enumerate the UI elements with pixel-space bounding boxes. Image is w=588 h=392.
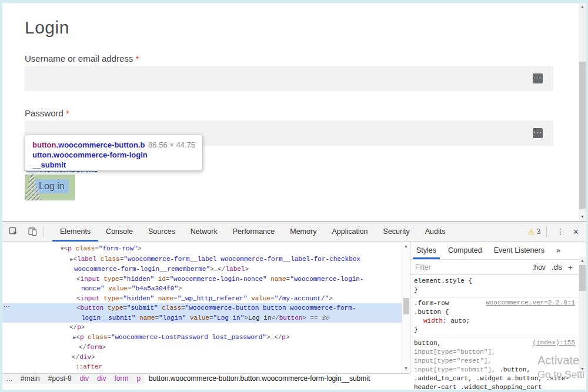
code-line[interactable]: .button {: [414, 308, 575, 317]
code-line[interactable]: .added_to_cart, .widget a.button, .site-: [414, 374, 575, 383]
scroll-up-icon[interactable]: ▲: [579, 4, 586, 11]
required-asterisk: *: [66, 108, 69, 118]
toggle-hover-state-button[interactable]: :hov: [532, 263, 546, 272]
style-rule-form-row-button[interactable]: woocommerce…ver=2.2.8:1 .form-row.button…: [410, 297, 579, 337]
login-button-label: Log in: [35, 179, 69, 193]
scroll-up-icon[interactable]: ▲: [579, 257, 586, 264]
code-line[interactable]: ::after: [2, 362, 402, 372]
page-scrollbar[interactable]: ▲ ▼: [579, 3, 586, 221]
tab-console[interactable]: Console: [98, 222, 141, 242]
code-line[interactable]: </form>: [2, 343, 402, 353]
tab--[interactable]: »: [550, 242, 566, 259]
code-line[interactable]: </p>: [2, 323, 402, 333]
toolbar-divider: [546, 226, 547, 237]
breadcrumb-item[interactable]: ...: [2, 374, 16, 384]
tab-computed[interactable]: Computed: [442, 242, 488, 259]
toolbar-right-cluster: ⚠3 ⋮ ✕: [528, 222, 586, 242]
toolbar-divider: [44, 226, 44, 237]
toggle-class-button[interactable]: .cls: [552, 263, 562, 272]
device-toolbar-icon[interactable]: [25, 225, 40, 239]
tab-memory[interactable]: Memory: [282, 222, 324, 242]
tab-sources[interactable]: Sources: [141, 222, 183, 242]
page-scrollbar-thumb[interactable]: [579, 62, 586, 209]
tooltip-dimensions: 86.56 × 44.75: [148, 140, 195, 149]
code-line[interactable]: ▼<p class="form-row">: [2, 244, 402, 254]
tab-performance[interactable]: Performance: [225, 222, 283, 242]
code-line[interactable]: <input type="hidden" id="woocommerce-log…: [2, 274, 402, 284]
stylesheet-link[interactable]: (index):155: [532, 339, 575, 346]
browser-viewport: Login Username or email address * ···| P…: [2, 3, 586, 390]
devtools-toolbar: ElementsConsoleSourcesNetworkPerformance…: [2, 222, 586, 242]
breadcrumb-item[interactable]: form: [110, 374, 132, 384]
code-line[interactable]: }: [414, 286, 575, 294]
close-devtools-icon[interactable]: ✕: [570, 227, 586, 236]
tab-security[interactable]: Security: [376, 222, 417, 242]
code-line[interactable]: input[type="button"],: [414, 348, 575, 357]
more-menu-icon[interactable]: ⋮: [550, 227, 570, 236]
warning-count: 3: [536, 227, 540, 236]
username-label: Username or email address *: [25, 53, 139, 63]
console-warnings[interactable]: ⚠3: [528, 227, 540, 236]
styles-filter-row: :hov .cls +: [410, 260, 579, 275]
scroll-up-icon[interactable]: ▲: [402, 243, 410, 250]
required-asterisk: *: [135, 53, 139, 63]
page-title: Login: [25, 18, 69, 38]
breadcrumb-item[interactable]: #post-8: [44, 374, 76, 384]
inspect-tooltip: button.woocommerce-button.b utton.woocom…: [25, 135, 203, 171]
username-input[interactable]: ···|: [25, 66, 553, 91]
warning-icon: ⚠: [528, 227, 535, 236]
code-line[interactable]: input[type="reset"],: [414, 357, 575, 366]
styles-filter-input[interactable]: [410, 263, 487, 272]
styles-scrollbar-thumb[interactable]: [579, 265, 586, 291]
inspect-element-icon[interactable]: [6, 225, 21, 239]
breadcrumb-item[interactable]: p: [132, 374, 145, 384]
code-line[interactable]: nonce" value="b4a5a304f0">: [2, 284, 402, 294]
code-line[interactable]: woocommerce-form-login__rememberme">…</l…: [2, 264, 402, 274]
styles-scrollbar[interactable]: ▲ ▼: [579, 257, 586, 373]
screen-frame: Login Username or email address * ···| P…: [0, 0, 588, 392]
scroll-down-icon[interactable]: ▼: [579, 213, 586, 220]
code-line[interactable]: </div>: [2, 353, 402, 363]
breadcrumb: ...#main#post-8divdivformpbutton.woocomm…: [2, 373, 410, 384]
password-label: Password *: [25, 108, 69, 118]
tab-audits[interactable]: Audits: [417, 222, 453, 242]
input-reveal-icon[interactable]: ···|: [533, 73, 543, 83]
tab-application[interactable]: Application: [324, 222, 375, 242]
code-line[interactable]: ▶<p class="woocommerce-LostPassword lost…: [2, 333, 402, 343]
code-line[interactable]: input[type="submit"], .button,: [414, 366, 575, 374]
code-line[interactable]: login__submit" name="login" value="Log i…: [2, 313, 402, 323]
styles-sidebar: StylesComputedEvent Listeners» :hov .cls…: [410, 242, 579, 390]
code-line[interactable]: element.style {: [414, 277, 575, 286]
breadcrumb-item[interactable]: #main: [16, 374, 44, 384]
code-line[interactable]: width: auto;: [414, 317, 575, 326]
devtools-panel: ElementsConsoleSourcesNetworkPerformance…: [2, 221, 586, 390]
elements-scrollbar[interactable]: ▲ ▼: [402, 242, 410, 373]
code-line[interactable]: ▶<label class="woocommerce-form__label w…: [2, 254, 402, 265]
login-page: Login Username or email address * ···| P…: [2, 3, 586, 221]
selected-node-menu-icon[interactable]: ⋯: [4, 303, 9, 310]
breadcrumb-item[interactable]: div: [76, 374, 93, 384]
code-line[interactable]: header-cart .widget_shopping_cart: [414, 383, 575, 390]
scroll-down-icon[interactable]: ▼: [579, 366, 586, 373]
code-line[interactable]: }: [414, 326, 575, 334]
style-rule-element[interactable]: element.style {}: [410, 275, 579, 297]
new-style-rule-button[interactable]: +: [568, 263, 573, 272]
style-rule-buttons[interactable]: (index):155 button,input[type="button"],…: [410, 337, 579, 390]
code-line[interactable]: <input type="hidden" name="_wp_http_refe…: [2, 294, 402, 304]
dom-code: ▼<p class="form-row">▶<label class="wooc…: [2, 244, 402, 373]
elements-tree[interactable]: ▼<p class="form-row">▶<label class="wooc…: [2, 242, 402, 373]
elements-scrollbar-thumb[interactable]: [403, 298, 409, 314]
sidebar-tabs: StylesComputedEvent Listeners»: [410, 242, 579, 260]
devtools-tabs: ElementsConsoleSourcesNetworkPerformance…: [52, 222, 453, 242]
input-reveal-icon[interactable]: ···|: [533, 128, 543, 138]
code-line[interactable]: <button type="submit" class="woocommerce…: [2, 303, 402, 313]
tab-elements[interactable]: Elements: [52, 222, 98, 242]
tab-event-listeners[interactable]: Event Listeners: [488, 242, 550, 259]
stylesheet-link[interactable]: woocommerce…ver=2.2.8:1: [486, 299, 575, 306]
scroll-down-icon[interactable]: ▼: [402, 365, 410, 372]
breadcrumb-item[interactable]: div: [93, 374, 110, 384]
breadcrumb-item[interactable]: button.woocommerce-button.button.woocomm…: [145, 374, 410, 384]
tab-styles[interactable]: Styles: [410, 242, 442, 259]
tooltip-tag: button: [32, 140, 56, 149]
tab-network[interactable]: Network: [183, 222, 225, 242]
